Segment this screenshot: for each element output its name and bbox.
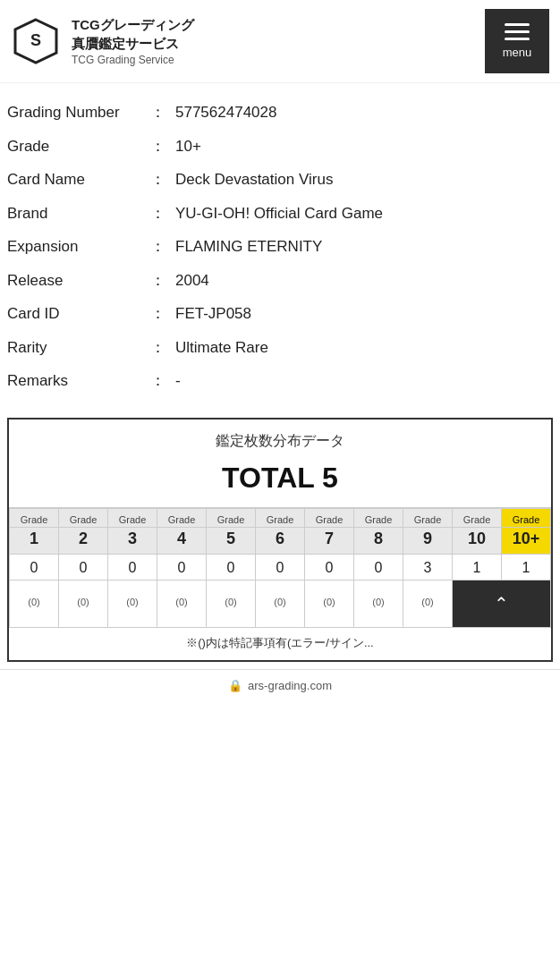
grade-header-10: Grade bbox=[453, 508, 502, 527]
grade-num-3: 3 bbox=[108, 527, 157, 554]
menu-button[interactable]: menu bbox=[485, 9, 549, 73]
back-to-top-button[interactable]: ⌃ bbox=[453, 580, 550, 627]
remarks-label: Remarks bbox=[7, 369, 150, 393]
grade-value: 10+ bbox=[175, 135, 553, 158]
card-name-label: Card Name bbox=[7, 168, 150, 191]
grade-num-10: 10 bbox=[453, 527, 502, 554]
grade-count-row: 0 0 0 0 0 0 0 0 3 1 1 bbox=[10, 554, 551, 580]
grade-header-9: Grade bbox=[403, 508, 453, 527]
grade-number-row: 1 2 3 4 5 6 7 8 9 10 10+ bbox=[10, 527, 551, 554]
grade-count-10: 1 bbox=[453, 554, 502, 580]
chevron-up-icon: ⌃ bbox=[494, 593, 509, 614]
header-title-jp1: TCGグレーディング bbox=[72, 15, 194, 34]
grade-table-wrapper: Grade Grade Grade Grade Grade Grade Grad… bbox=[9, 507, 551, 628]
release-row: Release ： 2004 bbox=[7, 264, 553, 298]
card-info-section: Grading Number ： 577562474028 Grade ： 10… bbox=[0, 83, 560, 411]
grade-row: Grade ： 10+ bbox=[7, 130, 553, 164]
card-id-row: Card ID ： FET-JP058 bbox=[7, 297, 553, 331]
grade-label: Grade bbox=[7, 135, 150, 158]
grade-header-2: Grade bbox=[59, 508, 108, 527]
grade-num-9: 9 bbox=[403, 527, 453, 554]
grade-sub-5: (0) bbox=[207, 580, 256, 627]
grade-header-5: Grade bbox=[207, 508, 256, 527]
grade-sub-row: (0) (0) (0) (0) (0) (0) (0) (0) (0) ⌃ bbox=[10, 580, 551, 627]
grade-sub-7: (0) bbox=[305, 580, 354, 627]
header-title-en: TCG Grading Service bbox=[72, 53, 194, 68]
grade-sub-2: (0) bbox=[59, 580, 108, 627]
grade-num-10plus: 10+ bbox=[502, 527, 551, 554]
expansion-label: Expansion bbox=[7, 235, 150, 258]
grade-sub-3: (0) bbox=[108, 580, 157, 627]
grade-num-5: 5 bbox=[207, 527, 256, 554]
grade-header-10plus: Grade bbox=[502, 508, 551, 527]
logo: S ARS bbox=[11, 16, 61, 66]
grade-count-3: 0 bbox=[108, 554, 157, 580]
grade-header-1: Grade bbox=[10, 508, 59, 527]
brand-row: Brand ： YU-GI-OH! Official Card Game bbox=[7, 197, 553, 231]
grading-number-value: 577562474028 bbox=[175, 101, 553, 124]
grade-table: Grade Grade Grade Grade Grade Grade Grad… bbox=[9, 508, 551, 628]
grade-header-8: Grade bbox=[354, 508, 403, 527]
svg-text:S: S bbox=[30, 31, 41, 49]
rarity-value: Ultimate Rare bbox=[175, 336, 553, 360]
grade-sub-8: (0) bbox=[354, 580, 403, 627]
back-top-cell: ⌃ bbox=[453, 580, 551, 627]
grade-count-4: 0 bbox=[157, 554, 207, 580]
header-left: S ARS TCGグレーディング 真贋鑑定サービス TCG Grading Se… bbox=[11, 15, 194, 68]
grade-header-7: Grade bbox=[305, 508, 354, 527]
grade-header-4: Grade bbox=[157, 508, 207, 527]
page-footer: 🔒 ars-grading.com bbox=[0, 669, 560, 701]
grade-header-3: Grade bbox=[108, 508, 157, 527]
expansion-value: FLAMING ETERNITY bbox=[175, 235, 553, 258]
grade-sub-4: (0) bbox=[157, 580, 207, 627]
card-id-value: FET-JP058 bbox=[175, 302, 553, 326]
grade-count-2: 0 bbox=[59, 554, 108, 580]
grade-num-7: 7 bbox=[305, 527, 354, 554]
distribution-total: TOTAL 5 bbox=[9, 456, 551, 507]
menu-label: menu bbox=[503, 46, 532, 59]
grade-count-7: 0 bbox=[305, 554, 354, 580]
card-id-label: Card ID bbox=[7, 302, 150, 326]
grade-count-10plus: 1 bbox=[502, 554, 551, 580]
grade-sub-1: (0) bbox=[10, 580, 59, 627]
grading-number-row: Grading Number ： 577562474028 bbox=[7, 96, 553, 130]
card-name-value: Deck Devastation Virus bbox=[175, 168, 553, 191]
grade-sub-9: (0) bbox=[403, 580, 453, 627]
hamburger-icon bbox=[505, 23, 530, 40]
grade-count-1: 0 bbox=[10, 554, 59, 580]
grade-sub-6: (0) bbox=[256, 580, 305, 627]
grade-count-6: 0 bbox=[256, 554, 305, 580]
distribution-title: 鑑定枚数分布データ bbox=[9, 419, 551, 456]
release-value: 2004 bbox=[175, 269, 553, 292]
grade-header-row: Grade Grade Grade Grade Grade Grade Grad… bbox=[10, 508, 551, 527]
grade-count-8: 0 bbox=[354, 554, 403, 580]
remarks-value: - bbox=[175, 369, 553, 393]
grade-num-1: 1 bbox=[10, 527, 59, 554]
expansion-row: Expansion ： FLAMING ETERNITY bbox=[7, 230, 553, 264]
grade-header-6: Grade bbox=[256, 508, 305, 527]
header-text: TCGグレーディング 真贋鑑定サービス TCG Grading Service bbox=[72, 15, 194, 68]
card-name-row: Card Name ： Deck Devastation Virus bbox=[7, 163, 553, 197]
grade-count-9: 3 bbox=[403, 554, 453, 580]
header-title-jp2: 真贋鑑定サービス bbox=[72, 34, 194, 53]
page-header: S ARS TCGグレーディング 真贋鑑定サービス TCG Grading Se… bbox=[0, 0, 560, 83]
grade-num-8: 8 bbox=[354, 527, 403, 554]
release-label: Release bbox=[7, 269, 150, 292]
brand-label: Brand bbox=[7, 202, 150, 225]
lock-icon: 🔒 bbox=[228, 679, 242, 692]
brand-value: YU-GI-OH! Official Card Game bbox=[175, 202, 553, 225]
remarks-row: Remarks ： - bbox=[7, 364, 553, 398]
grade-num-2: 2 bbox=[59, 527, 108, 554]
grade-count-5: 0 bbox=[207, 554, 256, 580]
rarity-label: Rarity bbox=[7, 336, 150, 360]
grading-number-label: Grading Number bbox=[7, 101, 150, 124]
grade-num-6: 6 bbox=[256, 527, 305, 554]
rarity-row: Rarity ： Ultimate Rare bbox=[7, 331, 553, 365]
footer-url: ars-grading.com bbox=[248, 679, 332, 692]
distribution-note: ※()内は特記事項有(エラー/サイン... bbox=[9, 628, 551, 660]
distribution-section: 鑑定枚数分布データ TOTAL 5 Grade Grade Grade Grad… bbox=[7, 418, 553, 662]
grade-num-4: 4 bbox=[157, 527, 207, 554]
